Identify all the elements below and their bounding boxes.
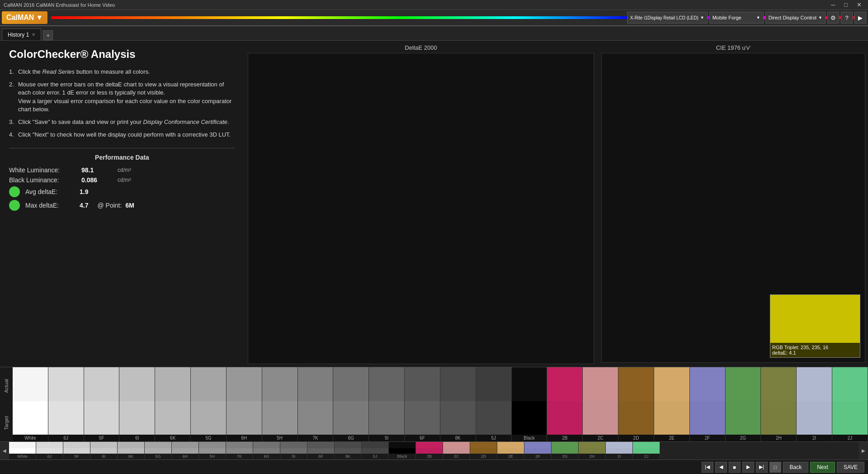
avg-delta-row: Avg deltaE: 1.9 <box>9 186 235 197</box>
main-and-strip: ColorChecker® Analysis Click the Read Se… <box>0 41 868 460</box>
actual-swatch <box>547 367 583 401</box>
performance-header: Performance Data <box>9 154 235 161</box>
swatch-name: 2B <box>547 435 583 441</box>
film-item[interactable]: 2I <box>606 442 633 459</box>
film-item[interactable]: Black <box>389 442 416 459</box>
next-button[interactable]: Next <box>810 462 835 473</box>
film-item[interactable]: 2E <box>497 442 524 459</box>
swatch-name: 8K <box>440 435 476 441</box>
display-label: Direct Display Control <box>769 15 816 20</box>
main-row: ColorChecker® Analysis Click the Read Se… <box>0 41 868 367</box>
content-wrapper: ColorChecker® Analysis Click the Read Se… <box>0 41 868 474</box>
maximize-btn[interactable]: □ <box>841 1 850 8</box>
actual-swatch <box>440 367 476 401</box>
white-luminance-row: White Luminance: 98.1 cd/m² <box>9 166 235 174</box>
swatch-name: 6F <box>405 435 440 441</box>
swatch-name: 2D <box>618 435 654 441</box>
white-luminance-label: White Luminance: <box>9 166 81 174</box>
nav-prev-btn[interactable]: ◀ <box>715 462 727 473</box>
target-swatch <box>512 401 547 435</box>
target-swatch <box>226 401 262 435</box>
avg-delta-value: 1.9 <box>80 188 88 195</box>
forge-selector[interactable]: Mobile Forge ▼ <box>709 12 764 24</box>
swatch-name: 6H <box>226 435 262 441</box>
film-item[interactable]: 7K <box>226 442 253 459</box>
tab-close-icon[interactable]: ✕ <box>32 32 35 37</box>
swatch-name: 2I <box>797 435 832 441</box>
film-item[interactable]: 2F <box>524 442 552 459</box>
settings-icon-btn[interactable]: ⚙ <box>827 12 839 24</box>
nav-next-frame-btn[interactable]: ▶| <box>756 462 768 473</box>
target-swatch <box>440 401 476 435</box>
filmstrip-scroll-right[interactable]: ▶ <box>859 442 868 460</box>
tab-bar: History 1 ✕ + <box>0 26 868 41</box>
minimize-btn[interactable]: ─ <box>828 1 838 8</box>
nav-first-btn[interactable]: |◀ <box>702 462 713 473</box>
page-title: ColorChecker® Analysis <box>9 48 235 61</box>
film-item[interactable]: 6J <box>36 442 63 459</box>
film-item[interactable]: White <box>9 442 36 459</box>
film-item[interactable]: 6G <box>253 442 280 459</box>
arrow-icon-btn[interactable]: ▶ <box>854 12 866 24</box>
tab-add-btn[interactable]: + <box>43 30 53 40</box>
film-item[interactable]: 5J <box>362 442 389 459</box>
target-swatch <box>119 401 155 435</box>
back-button[interactable]: Back <box>783 462 809 473</box>
film-item[interactable]: 2C <box>443 442 470 459</box>
calman-logo[interactable]: CalMAN ▼ <box>2 11 47 24</box>
help-icon-btn[interactable]: ? <box>841 12 853 24</box>
actual-swatch <box>226 367 262 401</box>
menu-bar: CalMAN ▼ X-Rite i1Display Retail LCD (LE… <box>0 10 868 26</box>
target-swatch <box>726 401 761 435</box>
actual-swatch <box>797 367 832 401</box>
target-swatch <box>761 401 797 435</box>
film-item[interactable]: 5H <box>199 442 226 459</box>
actual-swatch <box>333 367 369 401</box>
film-item[interactable]: 2G <box>552 442 579 459</box>
swatch-name: 5H <box>262 435 298 441</box>
close-btn[interactable]: ✕ <box>854 1 864 8</box>
top-right-controls: X-Rite i1Display Retail LCD (LED) ▼ Mobi… <box>627 12 866 24</box>
film-item[interactable]: 6H <box>172 442 199 459</box>
black-luminance-value: 0.086 <box>81 176 118 184</box>
film-item[interactable]: 2J <box>633 442 660 459</box>
nav-stop-btn[interactable]: ■ <box>729 462 741 473</box>
display-selector[interactable]: Direct Display Control ▼ <box>765 12 826 24</box>
filmstrip-scroll-left[interactable]: ◀ <box>0 442 9 460</box>
swatch-name: 6I <box>119 435 155 441</box>
colorimeter-selector[interactable]: X-Rite i1Display Retail LCD (LED) ▼ <box>627 12 708 24</box>
cie-container: RGB Triplet: 235, 235, 16 deltaE: 4.1 <box>601 53 865 363</box>
film-item[interactable]: 5I <box>280 442 307 459</box>
deltae-canvas <box>248 53 594 364</box>
film-item[interactable]: 2D <box>470 442 497 459</box>
cie-inset: RGB Triplet: 235, 235, 16 deltaE: 4.1 <box>770 294 860 358</box>
film-item[interactable]: 6K <box>118 442 145 459</box>
target-swatch <box>547 401 583 435</box>
swatch-name: 5G <box>191 435 226 441</box>
target-swatch <box>690 401 726 435</box>
swatch-name: Black <box>512 435 547 441</box>
instruction-3: Click "Save" to save data and view or pr… <box>9 118 235 126</box>
film-item[interactable]: 6F <box>307 442 335 459</box>
swatch-name: 2F <box>690 435 726 441</box>
white-luminance-unit: cd/m² <box>118 167 131 173</box>
swatch-name: 6K <box>155 435 191 441</box>
nav-play-btn[interactable]: ▶ <box>742 462 754 473</box>
film-item[interactable]: 8K <box>335 442 362 459</box>
actual-swatch <box>618 367 654 401</box>
swatch-name: 2J <box>832 435 868 441</box>
save-button[interactable]: SAVE <box>837 462 864 473</box>
target-swatch <box>618 401 654 435</box>
film-item[interactable]: 5F <box>63 442 90 459</box>
film-item[interactable]: 2H <box>579 442 606 459</box>
film-item[interactable]: 5G <box>145 442 172 459</box>
film-item[interactable]: 2B <box>416 442 443 459</box>
target-swatch <box>298 401 334 435</box>
display-arrow-icon: ▼ <box>818 15 822 20</box>
target-swatch <box>13 401 48 435</box>
nav-swatch-btn[interactable]: □ <box>769 462 781 473</box>
film-item[interactable]: 6I <box>90 442 118 459</box>
logo-text: CalMAN <box>6 14 34 22</box>
tab-history1[interactable]: History 1 ✕ <box>2 28 41 40</box>
target-swatch <box>84 401 120 435</box>
